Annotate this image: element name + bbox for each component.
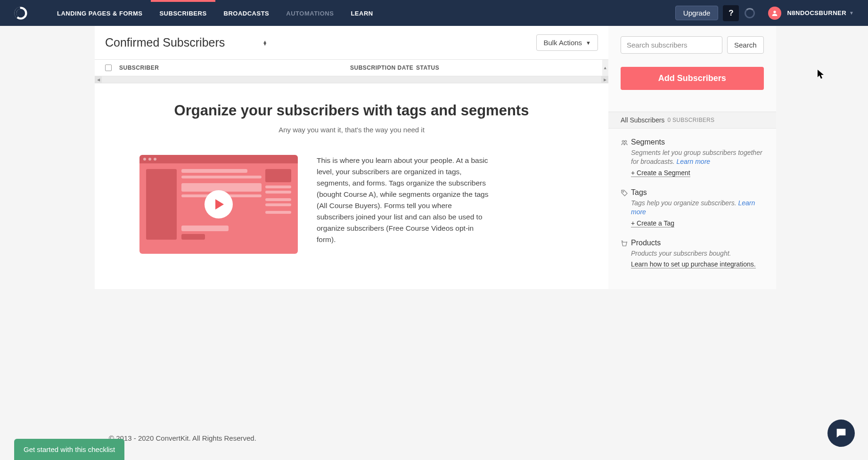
nav-broadcasts[interactable]: BROADCASTS [215,1,278,25]
all-subscribers-label: All Subscribers [621,116,664,124]
nav-subscribers[interactable]: SUBSCRIBERS [151,1,215,25]
all-subscribers-count: 0 SUBSCRIBERS [667,117,714,123]
nav-items: LANDING PAGES & FORMS SUBSCRIBERS BROADC… [49,1,382,25]
scroll-left-icon[interactable]: ◀ [95,76,102,83]
col-header-date[interactable]: SUBSCRIPTION DATE [350,65,416,71]
username-label: N8NDOCSBURNER [787,9,846,16]
tags-section: Tags Tags help you organize subscribers.… [621,188,764,227]
tags-heading: Tags [631,188,764,197]
products-icon [621,239,631,269]
empty-state: Organize your subscribers with tags and … [95,83,608,273]
create-segment-link[interactable]: + Create a Segment [631,169,690,177]
chevron-down-icon: ▼ [586,40,591,46]
avatar-icon [768,7,781,20]
nav-learn[interactable]: LEARN [342,1,381,25]
vertical-scrollbar[interactable]: ▲ [602,60,608,76]
svg-point-2 [774,10,776,13]
svg-point-4 [625,140,627,142]
bulk-actions-label: Bulk Actions [543,39,582,47]
empty-state-subtitle: Any way you want it, that's the way you … [114,126,590,134]
logo-icon[interactable] [14,7,27,20]
tags-icon [621,188,631,227]
segments-icon [621,138,631,177]
top-nav: LANDING PAGES & FORMS SUBSCRIBERS BROADC… [0,0,868,26]
checklist-button[interactable]: Get started with this checklist [14,439,124,460]
col-header-subscriber[interactable]: SUBSCRIBER [119,65,350,71]
sort-toggle-icon[interactable]: ▲▼ [262,40,267,45]
nav-automations[interactable]: AUTOMATIONS [278,1,342,25]
footer-copyright: © 2013 - 2020 ConvertKit. All Rights Res… [95,434,773,442]
page-title: Confirmed Subscribers [105,36,225,49]
col-header-status[interactable]: STATUS [416,65,598,71]
sidebar: Search Add Subscribers All Subscribers 0… [608,26,776,289]
loading-spinner-icon [745,8,755,18]
create-tag-link[interactable]: + Create a Tag [631,219,674,227]
products-section: Products Products your subscribers bough… [621,239,764,269]
tags-description: Tags help you organize subscribers. [631,199,738,207]
segments-heading: Segments [631,138,764,146]
play-icon[interactable] [205,190,233,218]
search-input[interactable] [621,36,722,54]
chat-widget-button[interactable] [827,420,855,447]
cursor-icon [818,70,824,79]
bulk-actions-button[interactable]: Bulk Actions ▼ [536,34,598,51]
svg-point-5 [622,191,623,192]
upgrade-button[interactable]: Upgrade [675,6,719,20]
empty-state-title: Organize your subscribers with tags and … [114,102,590,119]
video-thumbnail[interactable] [139,155,298,254]
help-button[interactable]: ? [723,5,739,21]
main-column: Confirmed Subscribers ▲▼ Bulk Actions ▼ … [95,26,608,289]
products-description: Products your subscribers bought. [631,249,764,258]
nav-landing-pages[interactable]: LANDING PAGES & FORMS [49,1,151,25]
empty-state-body: This is where you learn about your peopl… [317,155,491,245]
table-header: SUBSCRIBER SUBSCRIPTION DATE STATUS ▲ [95,59,608,76]
horizontal-scrollbar[interactable]: ◀ ▶ [95,76,608,83]
svg-marker-6 [818,70,824,79]
scroll-right-icon[interactable]: ▶ [601,76,608,83]
all-subscribers-row[interactable]: All Subscribers 0 SUBSCRIBERS [608,112,776,129]
search-button[interactable]: Search [727,36,764,54]
segments-section: Segments Segments let you group subscrib… [621,138,764,177]
products-learn-link[interactable]: Learn how to set up purchase integration… [631,260,756,268]
segments-learn-more-link[interactable]: Learn more [677,158,711,165]
select-all-checkbox[interactable] [105,65,112,71]
add-subscribers-button[interactable]: Add Subscribers [621,67,764,90]
chevron-down-icon: ▼ [849,10,854,16]
products-heading: Products [631,239,764,247]
svg-point-3 [622,140,624,142]
account-menu[interactable]: N8NDOCSBURNER ▼ [768,7,854,20]
